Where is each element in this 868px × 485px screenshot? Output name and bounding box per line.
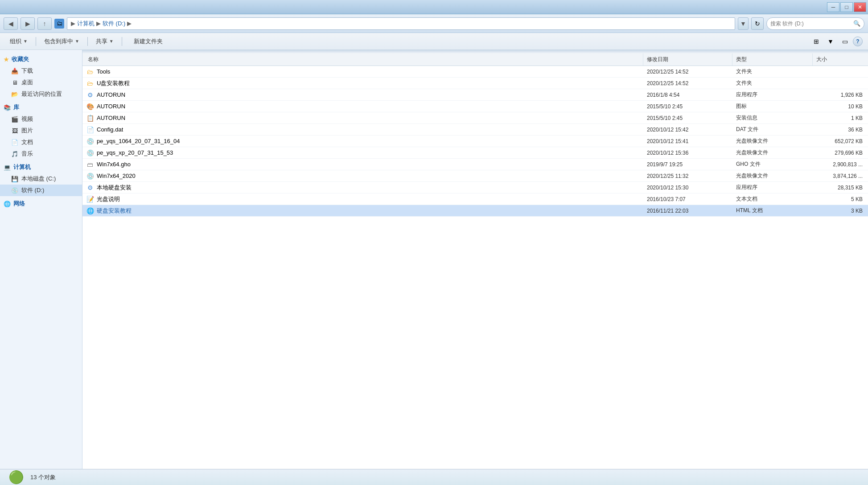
organize-button[interactable]: 组织 ▼ [5,35,32,48]
refresh-button[interactable]: ↻ [751,17,764,30]
search-box[interactable]: 🔍 [766,17,864,30]
file-date: 2020/10/12 15:42 [643,127,732,133]
file-date: 2020/10/12 15:41 [643,138,732,144]
file-size: 10 KB [813,103,866,110]
table-row[interactable]: ⚙ 本地硬盘安装 2020/10/12 15:30 应用程序 28,315 KB [82,182,868,193]
main-layout: ★ 收藏夹 📥 下载 🖥 桌面 📂 最近访问的位置 📚 库 [0,50,868,469]
file-type: 文件夹 [732,68,813,75]
view-dropdown-button[interactable]: ▼ [824,36,837,47]
sidebar-item-recent[interactable]: 📂 最近访问的位置 [0,88,82,100]
preview-button[interactable]: ▭ [839,36,851,47]
file-size: 36 KB [813,127,866,133]
file-name-cell: 🗃 Win7x64.gho [84,160,643,169]
sidebar-item-pictures[interactable]: 🖼 图片 [0,125,82,136]
change-view-button[interactable]: ⊞ [810,36,823,47]
file-size: 1,926 KB [813,92,866,98]
organize-arrow: ▼ [23,39,28,44]
sidebar-section-favorites: ★ 收藏夹 📥 下载 🖥 桌面 📂 最近访问的位置 [0,53,82,100]
sidebar: ★ 收藏夹 📥 下载 🖥 桌面 📂 最近访问的位置 📚 库 [0,50,82,469]
sidebar-item-soft-d[interactable]: 💿 软件 (D:) [0,185,82,196]
back-button[interactable]: ◀ [4,17,18,30]
pictures-label: 图片 [21,127,33,135]
file-icon: 🗃 [86,160,94,169]
address-path[interactable]: ▶ 计算机 ▶ 软件 (D:) ▶ [67,17,735,30]
library-icon: 📚 [4,104,11,111]
address-dropdown-button[interactable]: ▼ [738,17,749,30]
file-icon: ⚙ [86,184,94,192]
share-button[interactable]: 共享 ▼ [91,35,118,48]
table-row[interactable]: 💿 pe_yqs_xp_20_07_31_15_53 2020/10/12 15… [82,147,868,159]
file-date: 2020/12/25 11:32 [643,173,732,179]
sidebar-header-favorites[interactable]: ★ 收藏夹 [0,53,82,65]
forward-button[interactable]: ▶ [21,17,35,30]
close-button[interactable]: ✕ [854,2,866,12]
table-row[interactable]: 🗁 Tools 2020/12/25 14:52 文件夹 [82,66,868,78]
file-name-text: U盘安装教程 [97,79,130,87]
soft-d-label: 软件 (D:) [21,186,44,194]
sidebar-item-downloads[interactable]: 📥 下载 [0,65,82,77]
search-icon: 🔍 [853,20,860,27]
file-name-text: AUTORUN [97,103,125,110]
minimize-button[interactable]: ─ [827,2,839,12]
file-size: 3,874,126 ... [813,173,866,179]
file-size: 2,900,813 ... [813,161,866,168]
file-type: 应用程序 [732,184,813,191]
sidebar-item-local-c[interactable]: 💾 本地磁盘 (C:) [0,173,82,185]
computer-icon: 💻 [4,164,11,171]
file-name-text: Win7x64_2020 [97,173,136,179]
docs-icon: 📄 [11,138,19,146]
col-header-name[interactable]: 名称 [84,53,643,66]
help-button[interactable]: ? [853,37,863,46]
file-list-header: 名称 修改日期 类型 大小 [82,53,868,66]
new-folder-button[interactable]: 新建文件夹 [129,35,167,48]
file-icon: 🗁 [86,79,94,87]
sidebar-item-music[interactable]: 🎵 音乐 [0,148,82,160]
file-name-text: pe_yqs_1064_20_07_31_16_04 [97,138,180,144]
table-row[interactable]: ⚙ AUTORUN 2016/1/8 4:54 应用程序 1,926 KB [82,89,868,101]
search-input[interactable] [770,21,852,27]
up-button[interactable]: ↑ [37,17,52,30]
file-name-cell: ⚙ AUTORUN [84,91,643,99]
file-type: 图标 [732,103,813,110]
path-separator2: ▶ [96,20,101,27]
dropdown-icon: ▼ [740,20,746,27]
file-type: 应用程序 [732,91,813,99]
sidebar-item-docs[interactable]: 📄 文档 [0,136,82,148]
col-header-type[interactable]: 类型 [732,53,813,66]
sidebar-header-computer[interactable]: 💻 计算机 [0,161,82,173]
path-item-computer[interactable]: 计算机 [77,20,95,28]
table-row[interactable]: 💿 pe_yqs_1064_20_07_31_16_04 2020/10/12 … [82,136,868,147]
table-row[interactable]: 💿 Win7x64_2020 2020/12/25 11:32 光盘映像文件 3… [82,170,868,182]
table-row[interactable]: 🌐 硬盘安装教程 2016/11/21 22:03 HTML 文档 3 KB [82,205,868,217]
toolbar-right: ⊞ ▼ ▭ ? [810,36,863,47]
table-row[interactable]: 📋 AUTORUN 2015/5/10 2:45 安装信息 1 KB [82,112,868,124]
table-row[interactable]: 🎨 AUTORUN 2015/5/10 2:45 图标 10 KB [82,101,868,112]
window-controls: ─ □ ✕ [827,2,866,12]
table-row[interactable]: 🗃 Win7x64.gho 2019/9/7 19:25 GHO 文件 2,90… [82,159,868,170]
include-lib-button[interactable]: 包含到库中 ▼ [40,35,84,48]
sidebar-item-desktop[interactable]: 🖥 桌面 [0,77,82,88]
maximize-button[interactable]: □ [840,2,853,12]
sidebar-section-network: 🌐 网络 [0,198,82,210]
recent-label: 最近访问的位置 [21,90,62,98]
file-type: 文件夹 [732,79,813,87]
file-date: 2016/10/23 7:07 [643,196,732,202]
table-row[interactable]: 📝 光盘说明 2016/10/23 7:07 文本文档 5 KB [82,193,868,205]
table-row[interactable]: 📄 Config.dat 2020/10/12 15:42 DAT 文件 36 … [82,124,868,136]
scroll-indicator [82,50,868,53]
table-row[interactable]: 🗁 U盘安装教程 2020/12/25 14:52 文件夹 [82,78,868,89]
sidebar-header-network[interactable]: 🌐 网络 [0,198,82,210]
organize-label: 组织 [10,37,21,45]
desktop-label: 桌面 [21,78,33,86]
col-header-size[interactable]: 大小 [813,53,866,66]
file-size: 3 KB [813,208,866,214]
file-icon: 🌐 [86,207,94,215]
sidebar-item-video[interactable]: 🎬 视频 [0,113,82,125]
col-header-date[interactable]: 修改日期 [643,53,732,66]
path-item-drive[interactable]: 软件 (D:) [103,20,125,28]
file-type: 光盘映像文件 [732,137,813,145]
file-name-cell: 🗁 U盘安装教程 [84,79,643,87]
file-date: 2020/12/25 14:52 [643,69,732,75]
pictures-icon: 🖼 [11,127,19,135]
sidebar-header-library[interactable]: 📚 库 [0,102,82,113]
